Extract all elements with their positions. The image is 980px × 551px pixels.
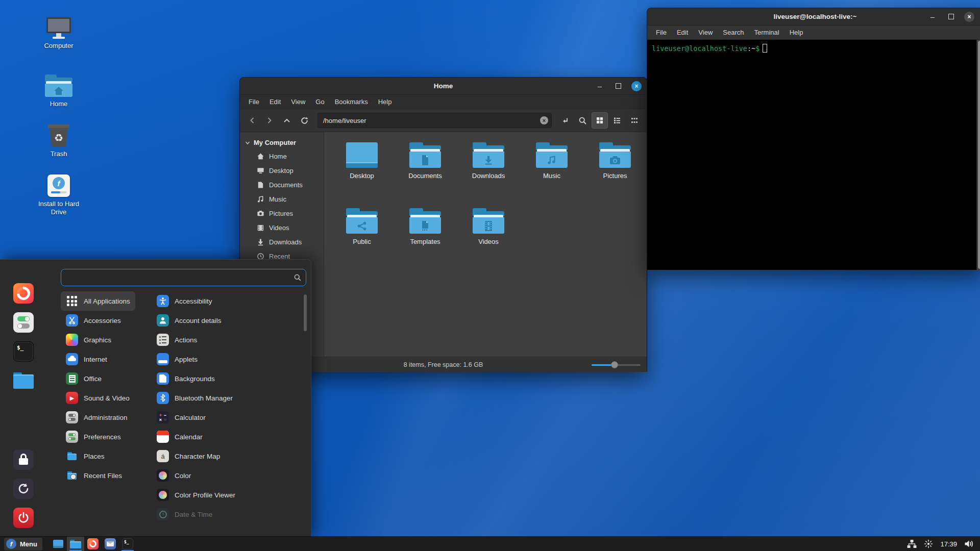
file-item-videos[interactable]: Videos xyxy=(457,205,520,271)
app-color[interactable]: Color xyxy=(152,466,196,485)
menu-search-input[interactable] xyxy=(66,274,293,282)
category-recent-files[interactable]: Recent Files xyxy=(61,466,127,485)
menu-help[interactable]: Help xyxy=(785,27,808,38)
menu-edit[interactable]: Edit xyxy=(672,27,693,38)
lock-screen-icon[interactable] xyxy=(13,449,34,470)
zoom-slider-handle[interactable] xyxy=(611,361,618,368)
path-bar[interactable]: × xyxy=(317,113,552,128)
search-button[interactable] xyxy=(574,112,591,129)
clear-path-icon[interactable]: × xyxy=(540,116,548,124)
file-item-pictures[interactable]: Pictures xyxy=(583,139,647,205)
sidebar-item-music[interactable]: Music xyxy=(240,192,324,206)
app-calendar[interactable]: Calendar xyxy=(152,427,208,446)
volume-icon[interactable] xyxy=(964,539,974,548)
file-item-templates[interactable]: Templates xyxy=(394,205,457,271)
edit-location-button[interactable] xyxy=(557,112,573,129)
app-accessibility[interactable]: Accessibility xyxy=(152,291,217,311)
sidebar-item-videos[interactable]: Videos xyxy=(240,220,324,235)
compact-view-button[interactable] xyxy=(626,112,643,129)
category-sound-video[interactable]: ▶ Sound & Video xyxy=(61,388,135,408)
grid-view-button[interactable] xyxy=(592,112,608,129)
desktop-icon-home[interactable]: Home xyxy=(34,74,83,108)
firefox-icon[interactable] xyxy=(13,283,34,304)
category-places[interactable]: Places xyxy=(61,446,110,466)
list-view-button[interactable] xyxy=(609,112,625,129)
network-icon[interactable] xyxy=(907,539,917,548)
menu-terminal[interactable]: Terminal xyxy=(750,27,784,38)
menu-file[interactable]: File xyxy=(244,96,264,107)
file-item-public[interactable]: Public xyxy=(330,205,394,271)
file-item-music[interactable]: Music xyxy=(520,139,583,205)
category-all-applications[interactable]: All Applications xyxy=(61,291,135,311)
file-manager-main[interactable]: Desktop Documents Downloads xyxy=(324,132,647,357)
app-calculator[interactable]: +−×= Calculator xyxy=(152,408,211,427)
menu-go[interactable]: Go xyxy=(311,96,329,107)
terminal-titlebar[interactable]: liveuser@localhost-live:~ – × xyxy=(647,8,980,26)
sidebar-item-pictures[interactable]: Pictures xyxy=(240,206,324,220)
back-button[interactable] xyxy=(244,112,260,129)
close-button[interactable]: × xyxy=(631,81,642,91)
refresh-button[interactable] xyxy=(296,112,312,129)
menu-bookmarks[interactable]: Bookmarks xyxy=(330,96,373,107)
firefox-launcher[interactable] xyxy=(84,537,102,551)
terminal-launcher[interactable]: $_ xyxy=(119,537,136,551)
minimize-button[interactable]: – xyxy=(927,12,938,22)
path-input[interactable] xyxy=(323,117,540,124)
file-item-downloads[interactable]: Downloads xyxy=(457,139,520,205)
mail-launcher[interactable] xyxy=(102,537,119,551)
category-internet[interactable]: Internet xyxy=(61,349,112,369)
category-office[interactable]: Office xyxy=(61,369,107,388)
category-accessories[interactable]: Accessories xyxy=(61,311,126,330)
logout-icon[interactable] xyxy=(13,479,34,499)
app-list-scrollbar[interactable] xyxy=(304,294,307,331)
app-bluetooth-manager[interactable]: Bluetooth Manager xyxy=(152,388,238,408)
app-date-time[interactable]: Date & Time xyxy=(152,505,217,524)
menu-search[interactable]: Search xyxy=(718,27,748,38)
menu-button[interactable]: f Menu xyxy=(4,538,42,550)
category-preferences[interactable]: Preferences xyxy=(61,427,126,446)
menu-file[interactable]: File xyxy=(651,27,671,38)
app-account-details[interactable]: Account details xyxy=(152,311,227,330)
terminal-content[interactable]: liveuser@localhost-live:~$ xyxy=(647,40,980,270)
maximize-button[interactable] xyxy=(613,81,623,91)
forward-button[interactable] xyxy=(261,112,278,129)
category-graphics[interactable]: Graphics xyxy=(61,330,116,349)
category-administration[interactable]: Administration xyxy=(61,408,133,427)
sidebar-item-downloads[interactable]: Downloads xyxy=(240,235,324,249)
files-launcher[interactable] xyxy=(67,537,84,551)
minimize-button[interactable]: – xyxy=(595,81,605,91)
app-character-map[interactable]: á Character Map xyxy=(152,446,225,466)
app-applets[interactable]: Applets xyxy=(152,349,203,369)
sidebar-item-desktop[interactable]: Desktop xyxy=(240,163,324,178)
terminal-icon[interactable]: $_ xyxy=(13,341,34,362)
system-settings-icon[interactable] xyxy=(13,312,34,333)
sidebar-section-my-computer[interactable]: My Computer xyxy=(240,136,324,149)
menu-help[interactable]: Help xyxy=(374,96,397,107)
app-actions[interactable]: Actions xyxy=(152,330,202,349)
shutdown-icon[interactable] xyxy=(13,508,34,528)
menu-edit[interactable]: Edit xyxy=(265,96,285,107)
sidebar-item-home[interactable]: Home xyxy=(240,149,324,163)
close-button[interactable]: × xyxy=(964,12,974,22)
file-manager-titlebar[interactable]: Home – × xyxy=(240,78,647,95)
terminal-scrollbar[interactable] xyxy=(976,40,980,270)
menu-view[interactable]: View xyxy=(694,27,717,38)
file-item-documents[interactable]: Documents xyxy=(394,139,457,205)
desktop-icon-install[interactable]: f Install to Hard Drive xyxy=(34,174,83,217)
files-icon[interactable] xyxy=(13,370,34,391)
problem-reporting-icon[interactable] xyxy=(924,539,933,548)
menu-search-box[interactable] xyxy=(61,269,306,286)
zoom-slider[interactable] xyxy=(592,361,641,369)
desktop-icon-computer[interactable]: Computer xyxy=(34,17,83,50)
clock[interactable]: 17:39 xyxy=(940,540,957,548)
file-item-desktop[interactable]: Desktop xyxy=(330,139,394,205)
app-backgrounds[interactable]: Backgrounds xyxy=(152,369,220,388)
calendar-icon xyxy=(157,431,169,443)
up-button[interactable] xyxy=(279,112,295,129)
menu-view[interactable]: View xyxy=(286,96,310,107)
maximize-button[interactable] xyxy=(946,12,956,22)
sidebar-item-documents[interactable]: Documents xyxy=(240,178,324,192)
app-color-profile-viewer[interactable]: Color Profile Viewer xyxy=(152,485,240,505)
show-desktop-button[interactable] xyxy=(50,537,67,551)
desktop-icon-trash[interactable]: ♻ Trash xyxy=(34,124,83,158)
